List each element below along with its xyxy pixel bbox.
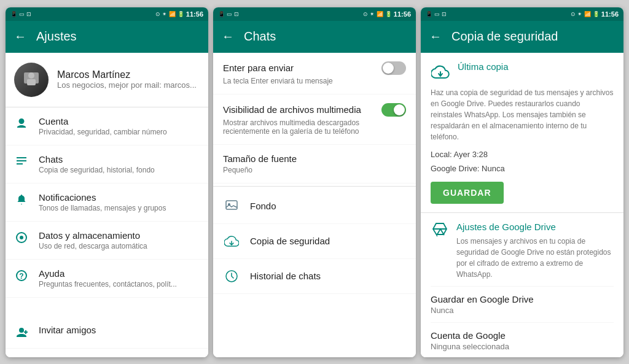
- back-button-2[interactable]: ←: [222, 29, 234, 44]
- toggle-knob-2: [394, 104, 405, 115]
- time-3: 11:56: [601, 10, 619, 18]
- enter-enviar-title: Enter para enviar: [223, 63, 294, 73]
- status-bar-left-3: 📱 ▭ ⊡: [426, 11, 447, 17]
- visibilidad-title: Visibilidad de archivos multimedia: [223, 104, 361, 115]
- gdrive-desc: Los mensajes y archivos en tu copia de s…: [456, 236, 614, 280]
- backup-desc: Haz una copia de seguridad de tus mensaj…: [431, 87, 614, 142]
- cuenta-title: Cuenta: [39, 116, 200, 126]
- status-bar-right-2: ⊙ ✴ 📶 🔋 11:56: [363, 10, 411, 18]
- historial-icon: [223, 268, 240, 285]
- share-icon-3: ⊡: [442, 11, 447, 17]
- chats-icon: [14, 155, 29, 168]
- page-title-2: Chats: [244, 29, 407, 44]
- visibilidad-row[interactable]: Visibilidad de archivos multimedia Mostr…: [213, 95, 416, 145]
- share-icon-2: ⊡: [234, 11, 239, 17]
- datos-icon: [14, 231, 29, 244]
- gdrive-value: Nunca: [482, 164, 505, 173]
- datos-title: Datos y almacenamiento: [39, 230, 200, 241]
- ayuda-title: Ayuda: [39, 268, 200, 279]
- svg-rect-2: [27, 79, 36, 85]
- menu-item-datos[interactable]: Datos y almacenamiento Uso de red, desca…: [6, 222, 208, 260]
- menu-item-invite[interactable]: Invitar amigos: [6, 316, 208, 349]
- content-3: Última copia Haz una copia de seguridad …: [421, 53, 623, 357]
- profile-name: Marcos Martínez: [57, 69, 200, 80]
- time-2: 11:56: [394, 10, 411, 18]
- profile-status: Los negocios, mejor por mail: marcos...: [57, 80, 200, 90]
- chats-subtitle: Copia de seguridad, historial, fondo: [39, 166, 200, 174]
- backup-meta: Local: Ayer 3:28 Google Drive: Nunca: [431, 147, 614, 176]
- cuenta-text: Cuenta Privacidad, seguridad, cambiar nú…: [39, 116, 200, 136]
- content-1: Marcos Martínez Los negocios, mejor por …: [6, 53, 208, 357]
- divider-1: [213, 186, 416, 187]
- font-size-row[interactable]: Tamaño de fuente Pequeño: [213, 145, 416, 184]
- save-button[interactable]: GUARDAR: [431, 182, 504, 204]
- visibilidad-toggle[interactable]: [381, 103, 406, 117]
- toggle-knob-1: [383, 63, 394, 74]
- status-bar-left-2: 📱 ▭ ⊡: [218, 11, 239, 17]
- ayuda-icon: ?: [14, 269, 29, 282]
- guardar-drive-option[interactable]: Guardar en Google Drive Nunca: [431, 286, 614, 322]
- svg-rect-5: [17, 163, 23, 165]
- datos-text: Datos y almacenamiento Uso de red, desca…: [39, 230, 200, 250]
- avatar-inner: [14, 63, 49, 97]
- status-bar-1: 📱 ▭ ⊡ ⊙ ✴ 📶 🔋 11:56: [6, 7, 208, 21]
- bluetooth-icon-2: ✴: [370, 11, 375, 17]
- menu-item-notificaciones[interactable]: Notificaciones Tonos de llamadas, mensaj…: [6, 184, 208, 222]
- page-title-3: Copia de seguridad: [451, 29, 615, 44]
- enter-enviar-toggle[interactable]: [381, 61, 406, 75]
- historial-item[interactable]: Historial de chats: [213, 259, 416, 294]
- signal-icon-1: 📶: [169, 11, 176, 17]
- phone-chats: 📱 ▭ ⊡ ⊙ ✴ 📶 🔋 11:56 ← Chats Enter para e…: [213, 7, 416, 357]
- battery-icon-1: 🔋: [178, 11, 184, 17]
- monitor-icon-2: ▭: [227, 11, 232, 17]
- invite-text: Invitar amigos: [39, 325, 200, 335]
- gdrive-title: Ajustes de Google Drive: [456, 222, 614, 232]
- back-button-1[interactable]: ←: [14, 29, 26, 44]
- enter-enviar-row[interactable]: Enter para enviar La tecla Enter enviará…: [213, 53, 416, 95]
- menu-item-ayuda[interactable]: ? Ayuda Preguntas frecuentes, contáctano…: [6, 260, 208, 298]
- page-title-1: Ajustes: [36, 29, 200, 44]
- cuenta-icon: [14, 117, 29, 130]
- back-button-3[interactable]: ←: [429, 29, 442, 44]
- cuenta-google-option[interactable]: Cuenta de Google Ninguna seleccionada: [431, 322, 614, 357]
- profile-section[interactable]: Marcos Martínez Los negocios, mejor por …: [6, 53, 208, 107]
- menu-item-chats[interactable]: Chats Copia de seguridad, historial, fon…: [6, 145, 208, 184]
- ayuda-text: Ayuda Preguntas frecuentes, contáctanos,…: [39, 268, 200, 288]
- enter-enviar-subtitle: La tecla Enter enviará tu mensaje: [223, 77, 406, 85]
- notificaciones-subtitle: Tonos de llamadas, mensajes y grupos: [39, 204, 200, 212]
- profile-info: Marcos Martínez Los negocios, mejor por …: [57, 69, 200, 90]
- svg-point-7: [20, 236, 23, 239]
- backup-section-header: Última copia: [431, 61, 614, 81]
- local-label: Local:: [431, 150, 452, 159]
- app-bar-1: ← Ajustes: [6, 21, 208, 53]
- clock-icon-2: ⊙: [363, 11, 368, 17]
- clock-icon-1: ⊙: [155, 11, 160, 17]
- gdrive-header: Ajustes de Google Drive Los mensajes y a…: [431, 222, 614, 280]
- copia-item[interactable]: Copia de seguridad: [213, 224, 416, 259]
- gdrive-icon: [431, 222, 449, 240]
- monitor-icon-3: ▭: [434, 11, 440, 17]
- monitor-icon: ▭: [19, 11, 25, 17]
- menu-item-cuenta[interactable]: Cuenta Privacidad, seguridad, cambiar nú…: [6, 107, 208, 145]
- avatar-icon: [21, 69, 42, 90]
- cuenta-google-title: Cuenta de Google: [431, 330, 614, 341]
- avatar: [14, 63, 49, 97]
- battery-icon-2: 🔋: [385, 11, 392, 17]
- fondo-item[interactable]: Fondo: [213, 189, 416, 224]
- svg-rect-3: [17, 157, 26, 158]
- invite-icon: [14, 326, 29, 339]
- chats-title: Chats: [39, 154, 200, 165]
- app-bar-3: ← Copia de seguridad: [421, 21, 623, 53]
- ayuda-subtitle: Preguntas frecuentes, contáctanos, polít…: [39, 280, 200, 288]
- font-size-value: Pequeño: [223, 166, 406, 174]
- share-icon: ⊡: [26, 11, 31, 17]
- backup-header-text: Última copia: [458, 61, 509, 76]
- copia-title: Copia de seguridad: [250, 236, 330, 246]
- status-bar-right-3: ⊙ ✴ 📶 🔋 11:56: [571, 10, 619, 18]
- phones-container: 📱 ▭ ⊡ ⊙ ✴ 📶 🔋 11:56 ← Ajustes: [0, 0, 629, 364]
- signal-icon-2: 📶: [377, 11, 383, 17]
- enter-enviar-header: Enter para enviar: [223, 61, 406, 75]
- gdrive-header-text: Ajustes de Google Drive Los mensajes y a…: [456, 222, 614, 280]
- bluetooth-icon-1: ✴: [162, 11, 167, 17]
- phone-icon: 📱: [10, 11, 17, 17]
